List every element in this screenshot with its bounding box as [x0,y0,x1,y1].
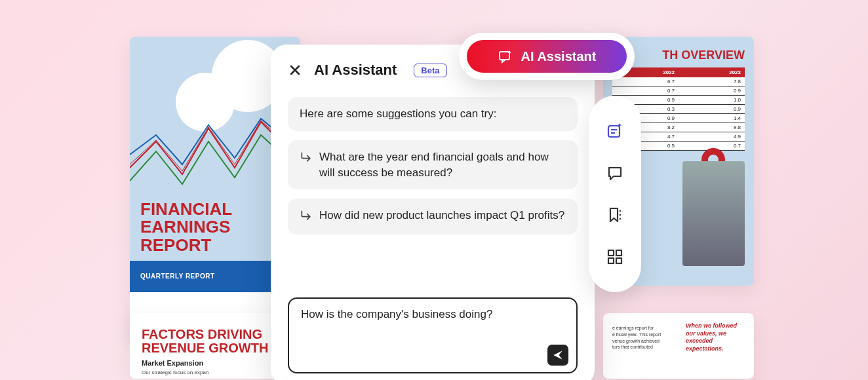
tool-grid[interactable] [605,247,625,267]
ai-assistant-pill-container: AI Assistant [459,33,635,80]
send-button[interactable] [547,345,568,366]
sparkle-chat-icon [498,48,513,64]
svg-rect-7 [608,250,614,256]
table-header-2023: 2023 [679,67,745,77]
photo-placeholder [682,161,745,266]
table-cell: 1.0 [679,96,745,105]
table-row: 0.70.9 [612,86,745,96]
pull-quote: When we followed our values, we exceeded… [686,322,745,353]
chat-input[interactable] [301,308,542,363]
ai-assistant-pill-button[interactable]: AI Assistant [467,40,627,73]
svg-rect-9 [608,258,614,263]
table-cell: 9.8 [679,123,745,132]
bookmark-icon [606,206,624,224]
reply-arrow-icon [300,209,313,225]
close-button[interactable] [288,63,302,77]
svg-point-6 [620,218,621,220]
doc-cover-title: FINANCIAL EARNINGS REPORT [140,200,232,254]
svg-rect-8 [616,250,621,256]
tool-sparkle-note[interactable] [605,121,625,141]
table-cell: 0.9 [679,86,745,96]
table-cell: 1.4 [679,114,745,123]
table-cell: 0.7 [612,86,679,96]
svg-point-4 [620,210,621,212]
send-icon [552,349,564,361]
beta-badge: Beta [414,64,446,77]
pill-label: AI Assistant [521,49,597,64]
intro-text: Here are some suggestions you can try: [300,106,496,122]
tool-comment[interactable] [605,163,625,183]
svg-rect-0 [500,52,509,60]
table-cell: 4.9 [679,132,745,142]
tool-bookmark[interactable] [605,205,625,225]
quote-snippet: e earnings report for e fiscal year. Thi… [612,325,678,351]
reply-arrow-icon [300,151,313,167]
svg-point-5 [620,214,621,216]
table-cell: 6.7 [612,77,679,86]
ai-assistant-panel: AI Assistant Beta Here are some suggesti… [271,45,595,380]
chat-input-box [288,297,578,373]
svg-rect-1 [608,126,620,137]
suggestion-text: How did new product launches impact Q1 p… [319,208,564,223]
sparkle-note-icon [606,122,624,140]
grid-icon [606,248,624,266]
side-toolbar [589,96,641,292]
suggestion-text: What are the year end financial goals an… [319,149,566,181]
suggestion-1[interactable]: What are the year end financial goals an… [288,140,578,190]
intro-bubble: Here are some suggestions you can try: [288,97,578,131]
comment-icon [606,164,624,182]
table-cell: 0.9 [679,105,745,114]
close-icon [290,65,300,75]
table-cell: 7.8 [679,77,745,86]
suggestion-2[interactable]: How did new product launches impact Q1 p… [288,199,578,235]
svg-rect-10 [616,258,621,263]
table-row: 6.77.8 [612,77,745,86]
panel-title: AI Assistant [314,62,397,79]
background-doc-quote: e earnings report for e fiscal year. Thi… [603,313,754,379]
